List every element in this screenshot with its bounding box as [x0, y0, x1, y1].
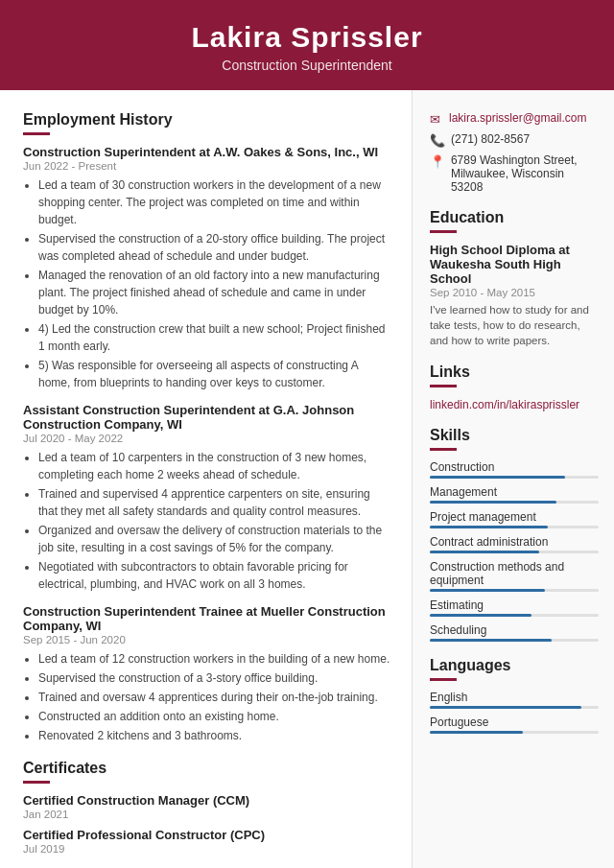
skill-contract-admin: Contract administration: [430, 535, 599, 553]
skill-scheduling-bar-bg: [430, 639, 599, 642]
edu-description: I've learned how to study for and take t…: [430, 302, 599, 348]
right-column: ✉ lakira.sprissler@gmail.com 📞 (271) 802…: [413, 90, 614, 868]
skills-section: Skills Construction Management Project m…: [430, 427, 599, 642]
cert-2-title: Certified Professional Constructor (CPC): [23, 828, 392, 842]
email-link[interactable]: lakira.sprissler@gmail.com: [449, 111, 587, 125]
job-1-title: Construction Superintendent at A.W. Oake…: [23, 145, 392, 159]
certificates-section: Certificates Certified Construction Mana…: [23, 760, 392, 855]
skill-construction-methods-label: Construction methods and equipment: [430, 560, 599, 587]
lang-portuguese-label: Portuguese: [430, 716, 599, 729]
skill-management-bar-bg: [430, 501, 599, 504]
list-item: Managed the renovation of an old factory…: [38, 267, 392, 318]
education-divider: [430, 230, 457, 233]
edu-school: High School Diploma at Waukesha South Hi…: [430, 243, 599, 286]
email-icon: ✉: [430, 112, 443, 127]
languages-title: Languages: [430, 657, 599, 674]
links-section: Links linkedin.com/in/lakirasprissler: [430, 364, 599, 411]
cert-2-date: Jul 2019: [23, 843, 392, 855]
list-item: Trained and supervised 4 apprentice carp…: [38, 485, 392, 520]
job-1-date: Jun 2022 - Present: [23, 160, 392, 172]
job-1-bullets: Led a team of 30 construction workers in…: [23, 176, 392, 391]
employment-title: Employment History: [23, 111, 392, 129]
skill-estimating-label: Estimating: [430, 598, 599, 612]
contact-address: 📍 6789 Washington Street, Milwaukee, Wis…: [430, 153, 599, 194]
list-item: Led a team of 12 construction workers in…: [38, 650, 392, 668]
skill-construction-methods-bar-fill: [430, 589, 545, 592]
skill-construction-methods: Construction methods and equipment: [430, 560, 599, 592]
skill-scheduling-bar-fill: [430, 639, 552, 642]
list-item: Renovated 2 kitchens and 3 bathrooms.: [38, 727, 392, 744]
candidate-title: Construction Superintendent: [19, 58, 595, 73]
phone-number: (271) 802-8567: [451, 132, 530, 146]
certificates-title: Certificates: [23, 760, 392, 777]
contact-phone: 📞 (271) 802-8567: [430, 132, 599, 148]
lang-english: English: [430, 691, 599, 709]
cert-1-title: Certified Construction Manager (CCM): [23, 793, 392, 808]
languages-divider: [430, 678, 457, 681]
list-item: Negotiated with subcontractors to obtain…: [38, 558, 392, 593]
job-3-date: Sep 2015 - Jun 2020: [23, 634, 392, 645]
lang-english-bar-bg: [430, 706, 599, 709]
lang-english-bar-fill: [430, 706, 581, 709]
job-2-bullets: Led a team of 10 carpenters in the const…: [23, 449, 392, 593]
lang-portuguese-bar-fill: [430, 731, 523, 734]
education-title: Education: [430, 209, 599, 226]
skill-construction-bar-bg: [430, 476, 599, 479]
skill-construction-label: Construction: [430, 460, 599, 474]
skill-estimating-bar-fill: [430, 614, 531, 617]
employment-divider: [23, 132, 50, 135]
skill-project-management: Project management: [430, 510, 599, 528]
list-item: 4) Led the construction crew that built …: [38, 320, 392, 355]
skill-contract-admin-label: Contract administration: [430, 535, 599, 549]
skill-contract-admin-bar-bg: [430, 551, 599, 553]
list-item: Led a team of 10 carpenters in the const…: [38, 449, 392, 483]
job-3: Construction Superintendent Trainee at M…: [23, 604, 392, 744]
linkedin-link[interactable]: linkedin.com/in/lakirasprissler: [430, 398, 579, 411]
job-3-bullets: Led a team of 12 construction workers in…: [23, 650, 392, 744]
job-2: Assistant Construction Superintendent at…: [23, 403, 392, 593]
skill-project-management-bar-bg: [430, 526, 599, 528]
job-3-title: Construction Superintendent Trainee at M…: [23, 604, 392, 633]
list-item: Supervised the construction of a 3-story…: [38, 669, 392, 687]
skill-estimating: Estimating: [430, 598, 599, 617]
phone-icon: 📞: [430, 133, 445, 148]
job-1: Construction Superintendent at A.W. Oake…: [23, 145, 392, 391]
link-1: linkedin.com/in/lakirasprissler: [430, 397, 599, 411]
job-2-date: Jul 2020 - May 2022: [23, 433, 392, 444]
list-item: Organized and oversaw the delivery of co…: [38, 522, 392, 556]
skill-management: Management: [430, 485, 599, 504]
left-column: Employment History Construction Superint…: [0, 90, 413, 868]
list-item: 5) Was responsible for overseeing all as…: [38, 357, 392, 391]
job-2-title: Assistant Construction Superintendent at…: [23, 403, 392, 432]
list-item: Led a team of 30 construction workers in…: [38, 176, 392, 228]
list-item: Supervised the construction of a 20-stor…: [38, 230, 392, 265]
lang-english-label: English: [430, 691, 599, 704]
cert-1-date: Jan 2021: [23, 809, 392, 820]
candidate-name: Lakira Sprissler: [19, 21, 595, 54]
lang-portuguese: Portuguese: [430, 716, 599, 734]
links-title: Links: [430, 364, 599, 381]
skill-scheduling: Scheduling: [430, 623, 599, 642]
skills-title: Skills: [430, 427, 599, 444]
contact-email: ✉ lakira.sprissler@gmail.com: [430, 111, 599, 127]
languages-section: Languages English Portuguese: [430, 657, 599, 734]
edu-date: Sep 2010 - May 2015: [430, 287, 599, 298]
cert-1: Certified Construction Manager (CCM) Jan…: [23, 793, 392, 820]
list-item: Constructed an addition onto an existing…: [38, 708, 392, 725]
employment-section: Employment History Construction Superint…: [23, 111, 392, 744]
skill-scheduling-label: Scheduling: [430, 623, 599, 637]
skill-project-management-bar-fill: [430, 526, 548, 528]
main-content: Employment History Construction Superint…: [0, 90, 614, 868]
list-item: Trained and oversaw 4 apprentices during…: [38, 689, 392, 706]
lang-portuguese-bar-bg: [430, 731, 599, 734]
contact-section: ✉ lakira.sprissler@gmail.com 📞 (271) 802…: [430, 111, 599, 194]
resume-header: Lakira Sprissler Construction Superinten…: [0, 0, 614, 90]
links-divider: [430, 385, 457, 387]
location-icon: 📍: [430, 154, 445, 169]
cert-2: Certified Professional Constructor (CPC)…: [23, 828, 392, 855]
skills-divider: [430, 448, 457, 451]
skill-management-label: Management: [430, 485, 599, 499]
certificates-divider: [23, 781, 50, 784]
skill-contract-admin-bar-fill: [430, 551, 539, 553]
skill-construction: Construction: [430, 460, 599, 479]
